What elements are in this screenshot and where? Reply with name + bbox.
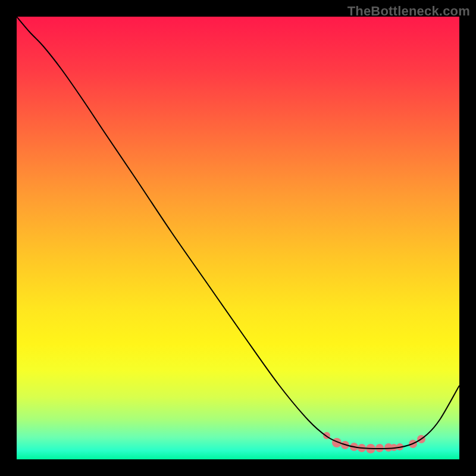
curve-line: [17, 17, 459, 449]
scatter-dot: [375, 444, 384, 452]
watermark-text: TheBottleneck.com: [347, 4, 470, 19]
plot-area: [17, 17, 459, 459]
chart-svg: [17, 17, 459, 459]
chart-frame: TheBottleneck.com: [0, 0, 476, 476]
